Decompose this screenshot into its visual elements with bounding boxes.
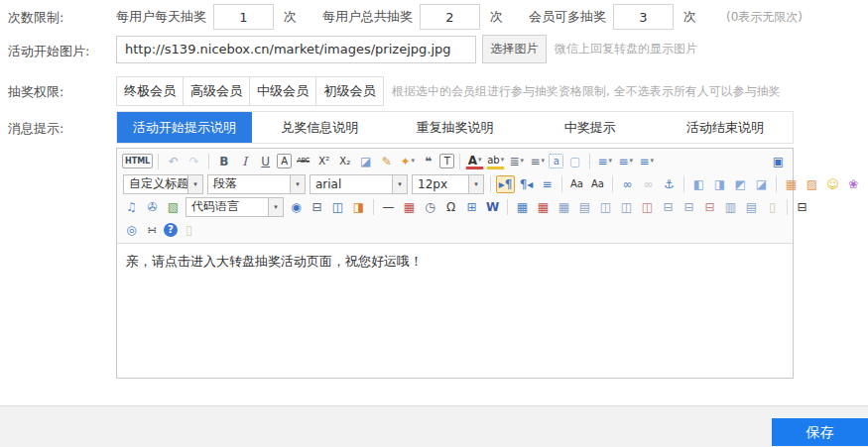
clock-icon[interactable]: ◷ xyxy=(421,198,439,216)
rtl-icon[interactable]: ¶◂ xyxy=(517,175,536,193)
music-icon[interactable]: ♫ xyxy=(122,198,141,216)
undo-icon[interactable]: ↶ xyxy=(164,153,183,170)
insert-table-icon[interactable]: ▦ xyxy=(513,198,532,216)
redo-icon[interactable]: ↷ xyxy=(185,153,203,170)
page-break-icon[interactable]: ⊟ xyxy=(308,198,326,216)
multi-image-icon[interactable]: ▨ xyxy=(803,175,821,193)
highlight-color-icon[interactable]: ab▾ xyxy=(486,154,505,169)
app-icon[interactable]: ◨ xyxy=(349,198,368,216)
image-url-input[interactable] xyxy=(116,36,476,63)
anchor-name-icon[interactable]: a xyxy=(549,154,563,168)
message-tab[interactable]: 中奖提示 xyxy=(523,112,658,143)
image-center-icon[interactable]: ◨ xyxy=(710,175,729,193)
uppercase-icon[interactable]: Aa xyxy=(567,175,586,193)
font-family-select[interactable]: arial▾ xyxy=(310,174,408,194)
text-color-icon[interactable]: A▾ xyxy=(465,154,484,169)
attachment-icon[interactable]: ✇ xyxy=(143,198,162,216)
message-tab[interactable]: 兑奖信息说明 xyxy=(252,112,387,143)
preview-icon[interactable]: ◎ xyxy=(122,221,141,239)
insert-row-above-icon[interactable]: ⊟ xyxy=(659,198,678,216)
link-icon[interactable]: ∞ xyxy=(618,175,637,193)
delete-row-icon[interactable]: ⊟ xyxy=(700,198,719,216)
flash-icon[interactable]: ❀ xyxy=(844,175,863,193)
image-left-icon[interactable]: ◧ xyxy=(689,175,708,193)
find-icon[interactable]: ∺ xyxy=(143,221,162,239)
heading-select[interactable]: 自定义标题▾ xyxy=(123,174,203,194)
image-right-icon[interactable]: ◩ xyxy=(731,175,750,193)
insert-col-left-icon[interactable]: ◫ xyxy=(596,198,615,216)
text-align-icon[interactable]: ≡▾ xyxy=(616,153,635,170)
split-cells-icon[interactable]: ▤ xyxy=(742,198,761,216)
format-brush-icon[interactable]: ✎ xyxy=(377,153,396,170)
indent-icon[interactable]: ≡ xyxy=(538,175,557,193)
underline-icon[interactable]: U xyxy=(256,153,275,170)
editor-content[interactable]: 亲，请点击进入大转盘抽奖活动页面，祝您好运哦！ xyxy=(117,244,793,378)
delete-col-icon[interactable]: ◫ xyxy=(638,198,657,216)
font-family-select-value: arial xyxy=(310,177,392,191)
insert-row-below-icon[interactable]: ⊟ xyxy=(680,198,698,216)
emoticon-icon[interactable]: ☺ xyxy=(823,175,842,193)
hr-icon[interactable]: — xyxy=(379,198,398,216)
subscript-icon[interactable]: X₂ xyxy=(335,153,354,170)
chevron-down-icon: ▾ xyxy=(290,175,305,193)
chevron-down-icon: ▾ xyxy=(392,175,407,193)
print-icon[interactable]: ⊟ xyxy=(793,198,811,216)
help-icon[interactable]: ? xyxy=(164,223,178,237)
special-char-icon[interactable]: Ω xyxy=(441,198,460,216)
paragraph-select[interactable]: 段落▾ xyxy=(207,174,306,194)
unordered-list-icon[interactable]: ≡▾ xyxy=(528,153,547,170)
limit-count-input[interactable] xyxy=(613,4,674,30)
limit-count-input[interactable] xyxy=(213,4,274,30)
cell-props-icon[interactable]: ▤ xyxy=(575,198,594,216)
image-icon[interactable]: ▦ xyxy=(782,175,801,193)
paragraph-spacing-icon[interactable]: ≡▾ xyxy=(595,153,614,170)
remove-format-icon[interactable]: ◪ xyxy=(356,153,375,170)
insert-code-icon[interactable]: ◉ xyxy=(287,198,306,216)
font-attr-icon[interactable]: A xyxy=(277,154,292,168)
calendar-icon[interactable]: ▦ xyxy=(400,198,419,216)
member-group-button[interactable]: 中级会员 xyxy=(250,77,316,105)
delete-table-icon[interactable]: ▦ xyxy=(534,198,553,216)
map-icon[interactable]: ▧ xyxy=(164,198,183,216)
image-block-icon[interactable]: ◪ xyxy=(752,175,771,193)
lowercase-icon[interactable]: Aa xyxy=(588,175,607,193)
word-import-icon[interactable]: W xyxy=(483,198,502,216)
italic-icon[interactable]: I xyxy=(235,153,254,170)
code-language-select[interactable]: 代码语言▾ xyxy=(186,197,284,217)
message-tab[interactable]: 活动结束说明 xyxy=(658,112,793,143)
member-group-button[interactable]: 初级会员 xyxy=(316,77,383,105)
form-icon[interactable]: ⊞ xyxy=(462,198,481,216)
ltr-icon[interactable]: ▸¶ xyxy=(496,175,515,193)
message-tab[interactable]: 重复抽奖说明 xyxy=(387,112,522,143)
font-size-select[interactable]: 12px▾ xyxy=(412,174,484,194)
limits-label: 次数限制: xyxy=(8,9,63,27)
unlink-icon[interactable]: ∞ xyxy=(639,175,658,193)
html-source-icon[interactable]: HTML xyxy=(122,154,153,168)
limit-count-input[interactable] xyxy=(420,4,480,30)
limits-note: (0表示无限次) xyxy=(726,9,803,26)
anchor-icon[interactable]: ⚓ xyxy=(660,175,679,193)
ordered-list-icon[interactable]: ≣▾ xyxy=(507,153,526,170)
fullscreen-icon[interactable]: ▣ xyxy=(769,153,788,170)
paste-plain-icon[interactable]: T xyxy=(439,154,454,168)
chevron-down-icon: ▾ xyxy=(501,157,505,164)
columns-icon[interactable]: ◫ xyxy=(328,198,347,216)
member-group-button[interactable]: 高级会员 xyxy=(184,77,250,105)
message-tab-active[interactable]: 活动开始提示说明 xyxy=(117,112,252,143)
image-fields: 选择图片 微信上回复转盘的显示图片 xyxy=(116,35,697,63)
superscript-icon[interactable]: X² xyxy=(314,153,333,170)
member-group-button[interactable]: 终极会员 xyxy=(117,77,184,105)
table-props-icon[interactable]: ▦ xyxy=(555,198,573,216)
paste-icon[interactable]: ▯ xyxy=(180,221,198,239)
blockquote-icon[interactable]: ❝ xyxy=(419,153,437,170)
bold-icon[interactable]: B xyxy=(214,153,233,170)
insert-col-right-icon[interactable]: ◫ xyxy=(617,198,636,216)
auto-typeset-icon[interactable]: ✦▾ xyxy=(398,153,417,170)
template-icon[interactable]: ▯ xyxy=(763,198,782,216)
save-button[interactable]: 保存 xyxy=(772,418,868,446)
strikethrough-icon[interactable]: ABC xyxy=(294,153,312,170)
merge-cells-icon[interactable]: ▥ xyxy=(721,198,740,216)
new-document-icon[interactable]: ▢ xyxy=(565,153,584,170)
line-height-icon[interactable]: ≡▾ xyxy=(637,153,656,170)
choose-image-button[interactable]: 选择图片 xyxy=(482,35,547,63)
